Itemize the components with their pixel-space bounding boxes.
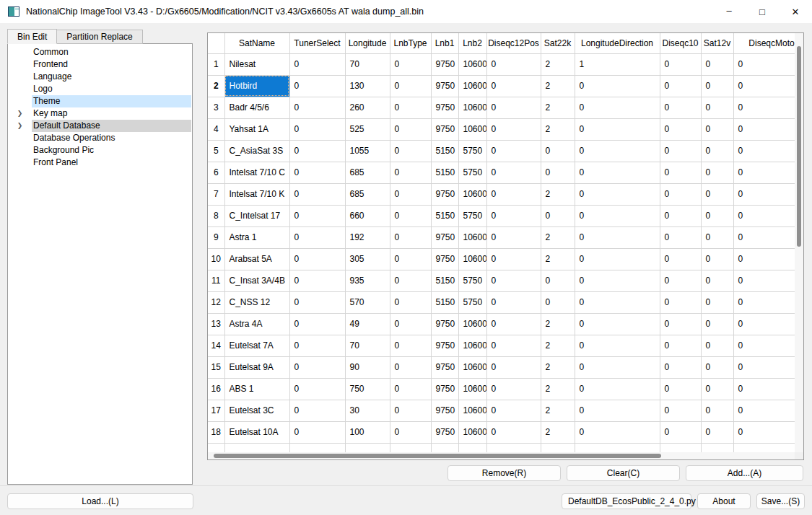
table-cell[interactable]: 0 bbox=[701, 75, 733, 97]
column-header-longitude[interactable]: Longitude bbox=[345, 33, 390, 53]
table-cell[interactable]: 0 bbox=[701, 118, 733, 140]
table-cell[interactable]: 0 bbox=[660, 378, 701, 400]
table-cell[interactable]: 0 bbox=[575, 335, 660, 356]
table-cell[interactable]: 0 bbox=[390, 205, 431, 226]
table-cell[interactable]: 10600 bbox=[458, 400, 486, 421]
table-cell[interactable]: Hotbird bbox=[224, 75, 289, 97]
table-cell[interactable]: 10600 bbox=[458, 248, 486, 270]
table-cell[interactable]: 2 bbox=[541, 75, 575, 97]
table-cell[interactable]: 0 bbox=[486, 140, 541, 162]
table-cell[interactable]: 5750 bbox=[458, 270, 486, 291]
table-cell[interactable]: 0 bbox=[486, 118, 541, 140]
table-cell[interactable]: 0 bbox=[390, 226, 431, 248]
table-cell[interactable]: 0 bbox=[486, 75, 541, 97]
table-cell[interactable]: 0 bbox=[733, 118, 795, 140]
sidebar-item-language[interactable]: Language bbox=[8, 71, 192, 83]
table-cell[interactable]: 30 bbox=[345, 400, 390, 421]
table-cell[interactable]: 0 bbox=[541, 140, 575, 162]
row-number[interactable]: 17 bbox=[208, 400, 224, 421]
table-cell[interactable]: 100 bbox=[345, 421, 390, 443]
table-cell[interactable]: 0 bbox=[575, 205, 660, 226]
chevron-right-icon[interactable]: ❯ bbox=[8, 107, 32, 120]
column-header-lnb2[interactable]: Lnb2 bbox=[458, 33, 486, 53]
table-cell[interactable]: 0 bbox=[486, 205, 541, 226]
table-cell[interactable]: 0 bbox=[575, 226, 660, 248]
table-cell[interactable]: 2 bbox=[541, 183, 575, 205]
table-cell[interactable]: 0 bbox=[733, 226, 795, 248]
table-cell[interactable]: 0 bbox=[390, 97, 431, 118]
table-cell[interactable]: 0 bbox=[486, 378, 541, 400]
table-cell[interactable]: 0 bbox=[289, 162, 345, 183]
table-cell[interactable]: 0 bbox=[701, 378, 733, 400]
table-cell[interactable]: 0 bbox=[289, 118, 345, 140]
table-cell[interactable]: 0 bbox=[701, 335, 733, 356]
table-cell[interactable]: 2 bbox=[541, 97, 575, 118]
table-cell[interactable]: 2 bbox=[541, 356, 575, 378]
table-cell[interactable]: 0 bbox=[660, 140, 701, 162]
table-cell[interactable]: 0 bbox=[733, 183, 795, 205]
table-cell[interactable]: 0 bbox=[390, 421, 431, 443]
table-cell[interactable]: 935 bbox=[345, 270, 390, 291]
table-cell[interactable]: 0 bbox=[575, 270, 660, 291]
column-header-diseqc10[interactable]: Diseqc10 bbox=[660, 33, 701, 53]
table-cell[interactable]: 305 bbox=[345, 248, 390, 270]
table-cell[interactable]: 0 bbox=[390, 53, 431, 75]
table-cell[interactable]: 0 bbox=[541, 205, 575, 226]
table-cell[interactable]: 9750 bbox=[431, 400, 458, 421]
table-cell[interactable]: Eutelsat 9A bbox=[224, 356, 289, 378]
row-number[interactable]: 1 bbox=[208, 53, 224, 75]
table-cell[interactable]: 0 bbox=[486, 291, 541, 313]
script-dropdown[interactable]: DefaultDB_EcosPublic_2_4_0.py ▼ bbox=[562, 493, 691, 509]
add-button[interactable]: Add...(A) bbox=[686, 465, 803, 481]
table-cell[interactable]: 0 bbox=[660, 205, 701, 226]
table-cell[interactable]: 0 bbox=[701, 400, 733, 421]
table-cell[interactable]: 10600 bbox=[458, 118, 486, 140]
table-cell[interactable]: 0 bbox=[486, 270, 541, 291]
table-cell[interactable]: 5750 bbox=[458, 162, 486, 183]
table-cell[interactable]: 10600 bbox=[458, 75, 486, 97]
row-number[interactable]: 7 bbox=[208, 183, 224, 205]
table-cell[interactable]: 0 bbox=[660, 162, 701, 183]
table-cell[interactable]: 0 bbox=[701, 162, 733, 183]
table-cell[interactable]: 0 bbox=[289, 248, 345, 270]
column-header-lnbtype[interactable]: LnbType bbox=[390, 33, 431, 53]
table-cell[interactable]: 0 bbox=[733, 378, 795, 400]
table-cell[interactable]: 0 bbox=[575, 97, 660, 118]
table-cell[interactable]: 9750 bbox=[431, 53, 458, 75]
table-cell[interactable]: 0 bbox=[660, 421, 701, 443]
table-cell[interactable]: 0 bbox=[660, 53, 701, 75]
table-cell[interactable]: 0 bbox=[390, 183, 431, 205]
load-button[interactable]: Load...(L) bbox=[7, 493, 193, 509]
table-cell[interactable]: 5150 bbox=[431, 162, 458, 183]
table-cell[interactable]: Arabsat 5A bbox=[224, 248, 289, 270]
table-cell[interactable]: 9750 bbox=[431, 97, 458, 118]
table-cell[interactable]: 2 bbox=[541, 226, 575, 248]
sidebar-item-theme[interactable]: Theme bbox=[8, 95, 192, 107]
table-cell[interactable]: 0 bbox=[390, 248, 431, 270]
column-header-lnb1[interactable]: Lnb1 bbox=[431, 33, 458, 53]
table-cell[interactable]: 0 bbox=[733, 140, 795, 162]
table-cell[interactable]: 2 bbox=[541, 421, 575, 443]
table-cell[interactable]: C_Insat 3A/4B bbox=[224, 270, 289, 291]
sidebar-item-frontend[interactable]: Frontend bbox=[8, 58, 192, 71]
row-number[interactable]: 6 bbox=[208, 162, 224, 183]
table-cell[interactable]: 10600 bbox=[458, 313, 486, 335]
table-cell[interactable]: 2 bbox=[541, 378, 575, 400]
column-header-satname[interactable]: SatName bbox=[224, 33, 289, 53]
sidebar-item-logo[interactable]: Logo bbox=[8, 83, 192, 95]
table-cell[interactable]: Eutelsat 3C bbox=[224, 400, 289, 421]
table-cell[interactable]: 0 bbox=[660, 335, 701, 356]
table-cell[interactable]: 0 bbox=[541, 291, 575, 313]
row-number[interactable]: 5 bbox=[208, 140, 224, 162]
table-cell[interactable]: 0 bbox=[289, 356, 345, 378]
table-cell[interactable]: 9750 bbox=[431, 75, 458, 97]
table-cell[interactable]: 9750 bbox=[431, 248, 458, 270]
table-cell[interactable]: 0 bbox=[289, 313, 345, 335]
sidebar-item-default-database[interactable]: ❯Default Database bbox=[8, 120, 192, 132]
table-cell[interactable]: 0 bbox=[660, 248, 701, 270]
table-cell[interactable]: 570 bbox=[345, 291, 390, 313]
horizontal-scrollbar[interactable] bbox=[208, 452, 795, 459]
table-cell[interactable]: 0 bbox=[701, 421, 733, 443]
row-number[interactable]: 8 bbox=[208, 205, 224, 226]
table-cell[interactable]: 0 bbox=[660, 313, 701, 335]
